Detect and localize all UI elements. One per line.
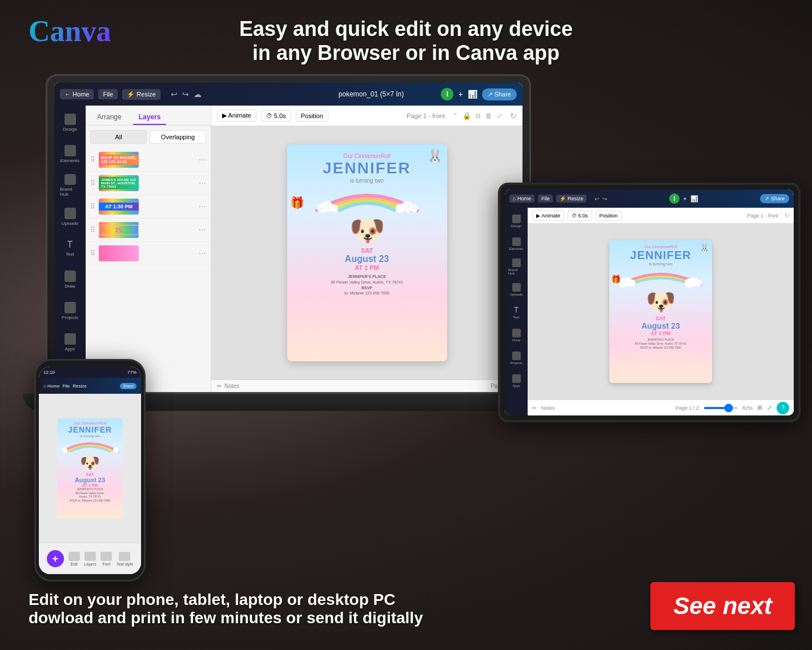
phone-home-btn[interactable]: ⌂ Home xyxy=(43,383,59,389)
phone-font-tool[interactable]: Font xyxy=(101,552,112,566)
layer-item-rsvp[interactable]: ⠿ RSVP TO RACHEL 123 123 44 33 ··· xyxy=(86,148,211,172)
sidebar-draw[interactable]: Draw xyxy=(60,268,80,291)
tablet-sidebar-design[interactable]: Design xyxy=(508,212,524,229)
timing-btn[interactable]: ⏱ 5.0s xyxy=(261,110,291,122)
tablet-sidebar: Design Elements Brand Hub Uploads xyxy=(505,208,528,415)
copy-icon: ⧉ xyxy=(476,112,481,120)
tablet-timing-btn[interactable]: ⏱ 5.0s xyxy=(568,211,592,221)
sidebar-apps[interactable]: Apps xyxy=(60,331,80,354)
layer-item-address[interactable]: ⠿ JAMES'S HOUSE 123 MAIN ST., HOUSTON, T… xyxy=(86,172,211,195)
tablet-sidebar-text[interactable]: T Text xyxy=(508,304,524,321)
layer-item-more[interactable]: ⠿ ··· xyxy=(86,242,211,265)
tablet-zoom-slider[interactable] xyxy=(704,407,738,409)
layer-more-icon[interactable]: ··· xyxy=(199,201,206,212)
sidebar-brand[interactable]: Brand Hub xyxy=(60,174,80,197)
tablet-zoom-level: 82% xyxy=(742,405,753,411)
font-label: Font xyxy=(102,562,110,566)
day-text: SAT xyxy=(361,247,373,254)
phone-layers-tool[interactable]: Layers xyxy=(84,552,96,566)
tablet-position-btn[interactable]: Position xyxy=(596,211,622,221)
position-btn[interactable]: Position xyxy=(296,110,328,122)
tablet-redo-icon[interactable]: ↪ xyxy=(602,196,607,202)
tablet-topbar: ⌂ Home File ⚡ Resize ↩ ↪ I + 📊 ↗ Share xyxy=(505,189,794,208)
layers-panel: Arrange Layers All Overlapping ⠿ RSVP TO… xyxy=(86,106,211,392)
tablet-file-btn[interactable]: File xyxy=(538,195,553,203)
main-canvas[interactable]: 🐰 Our CinnamonRoll JENNIFER is turning t… xyxy=(211,126,522,379)
layer-preview-more xyxy=(99,245,139,261)
canvas-toolbar: ▶ Animate ⏱ 5.0s Position Page 1 - front… xyxy=(211,106,522,126)
sidebar-elements[interactable]: Elements xyxy=(60,143,80,165)
layer-more-icon[interactable]: ··· xyxy=(199,178,206,188)
layer-preview-25: 25 xyxy=(99,222,139,238)
phone-edit-tool[interactable]: Edit xyxy=(69,552,80,566)
phone-share-btn[interactable]: Share xyxy=(120,383,136,389)
arrange-tab[interactable]: Arrange xyxy=(91,110,127,125)
tablet-share-btn[interactable]: ↗ Share xyxy=(760,194,789,203)
tablet-page-indicator: Page 1 / 2 xyxy=(676,405,699,411)
layer-item-25[interactable]: ⠿ 25 ··· xyxy=(86,219,211,242)
tablet-body: ⌂ Home File ⚡ Resize ↩ ↪ I + 📊 ↗ Share xyxy=(498,183,801,422)
layers-tab[interactable]: Layers xyxy=(133,110,167,125)
tablet-sidebar-projects[interactable]: Projects xyxy=(508,349,524,366)
tablet-date-text: August 23 xyxy=(641,321,680,330)
tablet-sidebar-elements[interactable]: Elements xyxy=(508,235,524,252)
sidebar-text[interactable]: T Text xyxy=(60,237,80,260)
tablet-refresh-icon[interactable]: ↻ xyxy=(785,212,789,219)
laptop-screen: ← Home File ⚡ Resize ↩ ↪ ☁ pokemon_01 (5… xyxy=(54,83,522,392)
tablet-canvas: ▶ Animate ⏱ 5.0s Position Page 1 - front… xyxy=(528,208,794,415)
tablet-resize-btn[interactable]: ⚡ Resize xyxy=(556,195,586,203)
add-page-icon[interactable]: + xyxy=(458,90,463,99)
drag-handle: ⠿ xyxy=(90,203,95,211)
sidebar-uploads[interactable]: Uploads xyxy=(60,205,80,228)
layer-item-time[interactable]: ⠿ AT 1:30 PM ··· xyxy=(86,195,211,219)
tablet-device: ⌂ Home File ⚡ Resize ↩ ↪ I + 📊 ↗ Share xyxy=(498,183,801,422)
chart-icon[interactable]: 📊 xyxy=(468,90,477,99)
phone-add-btn[interactable]: + xyxy=(47,550,64,567)
tablet-turning-text: is turning two xyxy=(649,262,672,266)
tablet-sidebar-uploads[interactable]: Uploads xyxy=(508,281,524,298)
footer-line2: dowload and print in few minutes or send… xyxy=(29,609,423,627)
animate-btn[interactable]: ▶ Animate xyxy=(217,110,256,122)
edit-label: Edit xyxy=(71,562,78,566)
phone-textstyle-tool[interactable]: Text style xyxy=(116,552,133,566)
tablet-add-icon[interactable]: + xyxy=(683,195,686,202)
resize-button[interactable]: ⚡ Resize xyxy=(122,89,160,100)
venue-details: JENNIFER'S PLACE 99 Flower Valley Drive,… xyxy=(331,274,403,296)
all-filter-btn[interactable]: All xyxy=(90,130,147,144)
redo-icon[interactable]: ↪ xyxy=(182,90,189,99)
sidebar-design[interactable]: Design xyxy=(60,111,80,134)
share-button[interactable]: ↗ Share xyxy=(482,88,517,100)
undo-icon[interactable]: ↩ xyxy=(171,90,178,99)
tablet-animate-btn[interactable]: ▶ Animate xyxy=(532,211,564,221)
see-next-button[interactable]: See next xyxy=(650,582,795,630)
phone-file-btn[interactable]: File xyxy=(62,383,70,389)
phone-venue: JENNIFER'S PLACE99 Flower Valley Drive,A… xyxy=(70,487,110,502)
layer-more-icon[interactable]: ··· xyxy=(199,248,206,259)
layer-more-icon[interactable]: ··· xyxy=(199,225,206,235)
tablet-sidebar-apps[interactable]: Apps xyxy=(508,372,524,389)
tablet-help-icon[interactable]: ? xyxy=(777,402,789,414)
phone-rainbow xyxy=(59,438,122,454)
refresh-icon[interactable]: ↻ xyxy=(510,111,517,120)
edit-icon xyxy=(69,552,80,561)
sidebar-projects[interactable]: Projects xyxy=(60,300,80,322)
tablet-chart-icon[interactable]: 📊 xyxy=(690,195,698,203)
layer-more-icon[interactable]: ··· xyxy=(199,155,206,165)
tablet-grid-icon[interactable]: ⊞ xyxy=(757,404,762,411)
notes-label: Notes xyxy=(224,383,239,389)
tablet-sidebar-brand[interactable]: Brand Hub xyxy=(508,258,524,275)
home-button[interactable]: ← Home xyxy=(60,89,94,99)
phone-bottombar: + Edit Layers Font Text xyxy=(39,543,141,574)
tablet-cinnamoroll-top: 🐰 xyxy=(700,243,709,252)
tablet-undo-icon[interactable]: ↩ xyxy=(594,196,599,202)
layer-preview-address: JAMES'S HOUSE 123 MAIN ST., HOUSTON, TX … xyxy=(99,175,139,191)
file-button[interactable]: File xyxy=(98,89,118,99)
tablet-fullscreen-icon[interactable]: ⤢ xyxy=(767,404,772,411)
tablet-main-canvas[interactable]: 🐰 Our CinnamonRoll JENNIFER is turning t… xyxy=(528,224,794,399)
tablet-gift-icon: 🎁 xyxy=(611,274,621,284)
overlapping-filter-btn[interactable]: Overlapping xyxy=(150,130,206,144)
tablet-canvas-toolbar: ▶ Animate ⏱ 5.0s Position Page 1 - front… xyxy=(528,208,794,224)
phone-resize-btn[interactable]: Resize xyxy=(73,383,86,389)
tablet-sidebar-draw[interactable]: Draw xyxy=(508,326,524,344)
tablet-home-btn[interactable]: ⌂ Home xyxy=(509,195,534,203)
